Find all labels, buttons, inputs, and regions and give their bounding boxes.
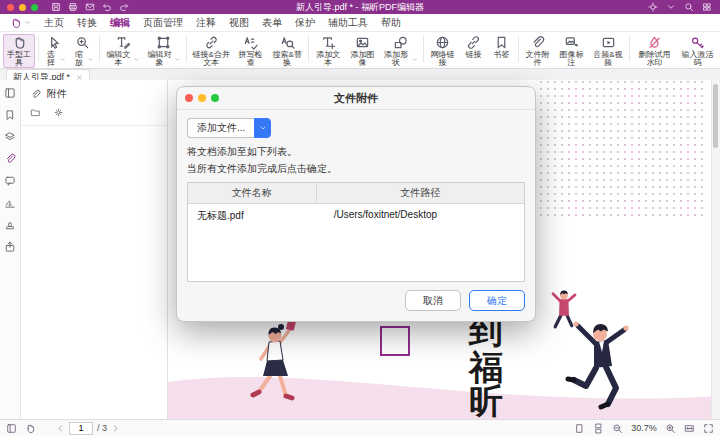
scrollbar-thumb[interactable]: [713, 84, 718, 148]
menu-tab-8[interactable]: 辅助工具: [328, 16, 368, 30]
dialog-actions: 取消 确定: [177, 282, 535, 321]
ribbon-button-search-replace[interactable]: 搜索&替换: [269, 34, 306, 68]
fullscreen-icon[interactable]: [703, 423, 714, 434]
ribbon-button-label: 音频&视频: [592, 51, 625, 67]
search-icon[interactable]: [684, 2, 694, 12]
zoom-in-icon[interactable]: [665, 423, 676, 434]
ribbon-button-label: 图像标注: [558, 51, 586, 67]
page-number-input[interactable]: [69, 422, 93, 435]
minimize-window-button[interactable]: [19, 4, 26, 11]
stamp-icon[interactable]: [4, 219, 16, 231]
attachment-table-header: 文件名称 文件路径: [188, 183, 524, 204]
add-file-button[interactable]: 添加文件...: [187, 118, 254, 138]
ribbon-button-watermark-remove[interactable]: 删除试用水印: [633, 34, 676, 68]
ribbon-button-cursor[interactable]: 选择: [42, 34, 68, 68]
ribbon-button-hand[interactable]: 手型工具: [3, 34, 35, 68]
ribbon-button-web-link[interactable]: 网络链接: [426, 34, 458, 68]
search-replace-icon: [280, 35, 295, 50]
ribbon-button-label: 拼写检查: [237, 51, 265, 67]
ribbon-button-audio-video[interactable]: 音频&视频: [590, 34, 627, 68]
table-row[interactable]: 无标题.pdf /Users/foxitnet/Desktop: [188, 204, 524, 228]
cancel-button[interactable]: 取消: [405, 290, 461, 311]
share-icon[interactable]: [4, 241, 16, 253]
menu-tab-6[interactable]: 表单: [262, 16, 282, 30]
zoom-out-icon[interactable]: [612, 423, 623, 434]
menu-tab-3[interactable]: 页面管理: [143, 16, 183, 30]
hand-icon[interactable]: [25, 423, 36, 434]
ribbon-button-zoom[interactable]: 缩放: [70, 34, 96, 68]
comments-icon[interactable]: [4, 175, 16, 187]
dialog-hint-2: 当所有文件添加完成后点击确定。: [187, 162, 525, 176]
menu-tab-9[interactable]: 帮助: [381, 16, 401, 30]
chevron-down-icon[interactable]: [666, 2, 676, 12]
menu-tab-1[interactable]: 转换: [77, 16, 97, 30]
fit-width-icon[interactable]: [684, 423, 695, 434]
ribbon-button-label: 文件附件: [523, 51, 551, 67]
single-page-view-icon[interactable]: [574, 423, 585, 434]
ribbon-button-bookmark[interactable]: 书签: [489, 34, 515, 60]
ribbon-button-add-image[interactable]: 添加图像: [346, 34, 378, 68]
open-attachment-icon[interactable]: [30, 107, 41, 118]
ribbon-divider: [99, 36, 100, 62]
ribbon-button-label: 书签: [494, 51, 510, 59]
undo-icon[interactable]: [102, 2, 112, 12]
add-file-dropdown[interactable]: [254, 118, 271, 138]
attachments-panel: 附件: [21, 80, 168, 420]
dialog-titlebar: 文件附件: [177, 87, 535, 110]
page-thumbnails-icon[interactable]: [6, 423, 17, 434]
ribbon-button-activation-code[interactable]: 输入激活码: [678, 34, 717, 68]
dialog-minimize-button[interactable]: [198, 94, 206, 102]
ribbon-divider: [423, 36, 424, 62]
dialog-title: 文件附件: [334, 91, 378, 106]
ribbon-button-label: 输入激活码: [680, 51, 715, 67]
apps-icon[interactable]: [702, 2, 712, 12]
menu-tab-5[interactable]: 视图: [229, 16, 249, 30]
ribbon-button-edit-text[interactable]: 编辑文本: [103, 34, 142, 68]
ribbon-button-file-attach[interactable]: 文件附件: [521, 34, 553, 68]
ok-button[interactable]: 确定: [469, 290, 525, 311]
menu-tab-2[interactable]: 编辑: [110, 16, 130, 30]
continuous-view-icon[interactable]: [593, 423, 604, 434]
mail-icon[interactable]: [85, 2, 95, 12]
print-icon[interactable]: [68, 2, 78, 12]
menu-tab-7[interactable]: 保护: [295, 16, 315, 30]
quick-hand-tool[interactable]: [10, 17, 31, 29]
menu-tab-0[interactable]: 主页: [44, 16, 64, 30]
attachments-panel-toolbar: [21, 104, 167, 126]
add-file-split-button[interactable]: 添加文件...: [187, 118, 271, 138]
attachments-panel-title: 附件: [47, 87, 67, 101]
dialog-zoom-button[interactable]: [211, 94, 219, 102]
menu-tabs: 主页转换编辑页面管理注释视图表单保护辅助工具帮助: [44, 16, 401, 30]
ribbon-button-link[interactable]: 链接: [461, 34, 487, 60]
ribbon-button-edit-object[interactable]: 编辑对象: [144, 34, 183, 68]
page-thumbnails-icon[interactable]: [4, 87, 16, 99]
cursor-icon: [47, 35, 62, 50]
menu-tab-4[interactable]: 注释: [196, 16, 216, 30]
vertical-scrollbar[interactable]: [711, 80, 720, 420]
signature-icon[interactable]: [4, 197, 16, 209]
ribbon-button-image-annot[interactable]: 图像标注: [556, 34, 588, 68]
dialog-close-button[interactable]: [185, 94, 193, 102]
attachments-icon[interactable]: [4, 153, 16, 165]
settings-icon[interactable]: [53, 107, 64, 118]
close-window-button[interactable]: [7, 4, 14, 11]
ribbon-button-label: 手型工具: [5, 51, 33, 67]
ribbon-button-add-shape[interactable]: 添加形状: [381, 34, 420, 68]
ribbon-button-spell-check[interactable]: 拼写检查: [235, 34, 267, 68]
activation-code-icon: [690, 35, 705, 50]
attachments-panel-header: 附件: [21, 80, 167, 104]
theme-icon[interactable]: [648, 2, 658, 12]
prev-page-icon[interactable]: [56, 424, 65, 433]
bookmarks-icon[interactable]: [4, 109, 16, 121]
statusbar-zoom-tools: [665, 423, 714, 434]
link-merge-icon: [204, 35, 219, 50]
redo-icon[interactable]: [119, 2, 129, 12]
ribbon-button-link-merge[interactable]: 链接&合并文本: [190, 34, 233, 68]
ribbon-button-add-text[interactable]: 添加文本: [312, 34, 344, 68]
next-page-icon[interactable]: [111, 424, 120, 433]
vertical-title-text: 到 福 昕: [467, 313, 503, 420]
zoom-window-button[interactable]: [31, 4, 38, 11]
save-icon[interactable]: [51, 2, 61, 12]
layers-icon[interactable]: [4, 131, 16, 143]
statusbar-view-tools: [574, 423, 623, 434]
